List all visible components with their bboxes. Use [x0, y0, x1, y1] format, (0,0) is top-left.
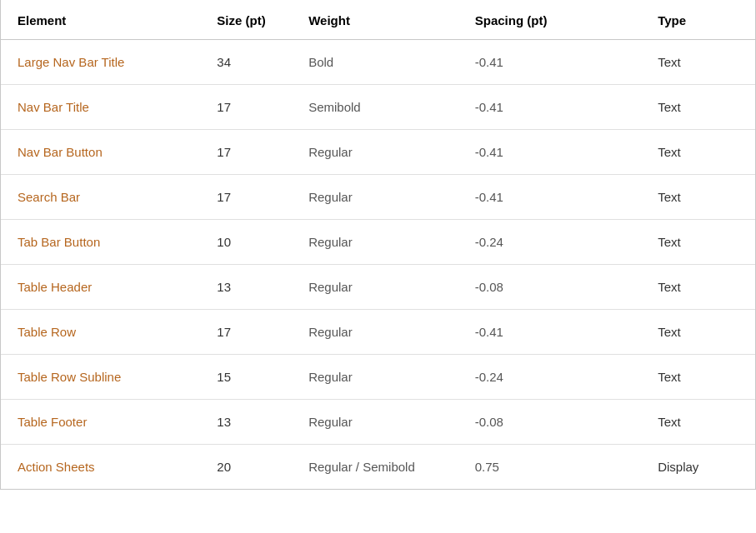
cell-spacing: -0.41 — [458, 310, 641, 355]
cell-weight: Regular — [292, 265, 458, 310]
table-header-row: Element Size (pt) Weight Spacing (pt) Ty… — [1, 0, 755, 40]
column-header-weight: Weight — [292, 0, 458, 40]
cell-weight: Regular — [292, 175, 458, 220]
cell-spacing: -0.24 — [458, 355, 641, 400]
cell-size: 17 — [200, 175, 292, 220]
cell-element: Nav Bar Title — [1, 85, 200, 130]
cell-element: Table Row Subline — [1, 355, 200, 400]
cell-size: 13 — [200, 400, 292, 445]
cell-element: Tab Bar Button — [1, 220, 200, 265]
table-row: Table Row17Regular-0.41Text — [1, 310, 755, 355]
cell-weight: Bold — [292, 40, 458, 85]
table-row: Table Row Subline15Regular-0.24Text — [1, 355, 755, 400]
cell-size: 17 — [200, 130, 292, 175]
cell-size: 20 — [200, 445, 292, 490]
table-row: Nav Bar Button17Regular-0.41Text — [1, 130, 755, 175]
cell-size: 17 — [200, 85, 292, 130]
cell-type: Text — [641, 265, 755, 310]
cell-type: Display — [641, 445, 755, 490]
column-header-element: Element — [1, 0, 200, 40]
typography-table-container: Element Size (pt) Weight Spacing (pt) Ty… — [0, 0, 756, 490]
column-header-type: Type — [641, 0, 755, 40]
table-body: Large Nav Bar Title34Bold-0.41TextNav Ba… — [1, 40, 755, 490]
cell-size: 15 — [200, 355, 292, 400]
table-row: Tab Bar Button10Regular-0.24Text — [1, 220, 755, 265]
table-row: Search Bar17Regular-0.41Text — [1, 175, 755, 220]
cell-spacing: -0.41 — [458, 130, 641, 175]
typography-table: Element Size (pt) Weight Spacing (pt) Ty… — [1, 0, 755, 489]
cell-element: Nav Bar Button — [1, 130, 200, 175]
cell-weight: Semibold — [292, 85, 458, 130]
cell-weight: Regular — [292, 355, 458, 400]
cell-weight: Regular — [292, 130, 458, 175]
cell-type: Text — [641, 355, 755, 400]
cell-weight: Regular / Semibold — [292, 445, 458, 490]
column-header-spacing: Spacing (pt) — [458, 0, 641, 40]
cell-size: 17 — [200, 310, 292, 355]
cell-type: Text — [641, 400, 755, 445]
table-row: Table Footer13Regular-0.08Text — [1, 400, 755, 445]
cell-spacing: -0.41 — [458, 40, 641, 85]
cell-element: Action Sheets — [1, 445, 200, 490]
cell-spacing: -0.41 — [458, 85, 641, 130]
table-row: Large Nav Bar Title34Bold-0.41Text — [1, 40, 755, 85]
cell-type: Text — [641, 40, 755, 85]
cell-type: Text — [641, 130, 755, 175]
cell-element: Table Footer — [1, 400, 200, 445]
table-row: Table Header13Regular-0.08Text — [1, 265, 755, 310]
cell-spacing: 0.75 — [458, 445, 641, 490]
cell-type: Text — [641, 310, 755, 355]
cell-spacing: -0.24 — [458, 220, 641, 265]
column-header-size: Size (pt) — [200, 0, 292, 40]
cell-weight: Regular — [292, 220, 458, 265]
cell-element: Large Nav Bar Title — [1, 40, 200, 85]
cell-weight: Regular — [292, 400, 458, 445]
cell-type: Text — [641, 175, 755, 220]
table-row: Nav Bar Title17Semibold-0.41Text — [1, 85, 755, 130]
cell-type: Text — [641, 85, 755, 130]
cell-spacing: -0.08 — [458, 400, 641, 445]
cell-element: Table Row — [1, 310, 200, 355]
cell-element: Table Header — [1, 265, 200, 310]
table-row: Action Sheets20Regular / Semibold0.75Dis… — [1, 445, 755, 490]
cell-size: 34 — [200, 40, 292, 85]
cell-element: Search Bar — [1, 175, 200, 220]
cell-spacing: -0.41 — [458, 175, 641, 220]
cell-weight: Regular — [292, 310, 458, 355]
cell-type: Text — [641, 220, 755, 265]
cell-size: 10 — [200, 220, 292, 265]
cell-size: 13 — [200, 265, 292, 310]
cell-spacing: -0.08 — [458, 265, 641, 310]
